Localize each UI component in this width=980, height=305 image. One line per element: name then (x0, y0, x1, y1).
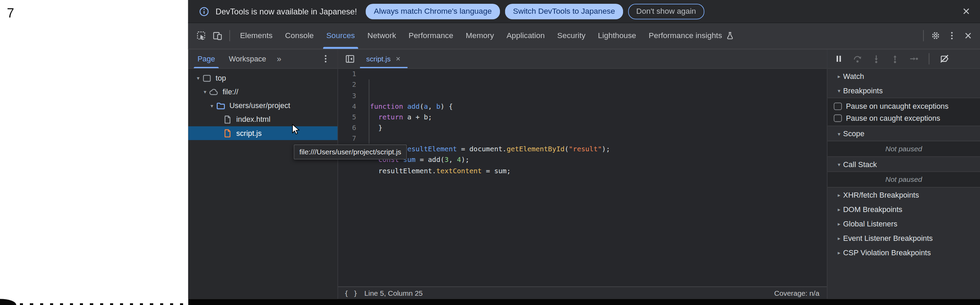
inspect-element-icon[interactable] (193, 28, 209, 44)
deactivate-breakpoints-icon[interactable] (937, 51, 952, 67)
section-label: Global Listeners (843, 219, 897, 228)
checkbox-icon[interactable] (834, 114, 842, 122)
line-number[interactable]: 2 (338, 80, 356, 90)
checkbox-row[interactable]: Pause on uncaught exceptions (827, 100, 980, 112)
expand-arrow-icon: ▸ (835, 249, 843, 255)
divider (923, 30, 924, 42)
tab-network[interactable]: Network (361, 23, 402, 49)
code-line-3: } (378, 123, 827, 133)
checkbox-label: Pause on uncaught exceptions (846, 102, 948, 111)
step-over-icon[interactable] (850, 51, 865, 67)
line-number[interactable]: 7 (338, 133, 356, 144)
tree-item-top[interactable]: ▾top (188, 71, 338, 85)
section-watch[interactable]: ▸Watch (827, 69, 980, 83)
line-number[interactable]: 4 (338, 101, 356, 112)
line-number[interactable]: 5 (338, 112, 356, 123)
file-js-icon (223, 128, 232, 138)
tree-item-users-user-project[interactable]: ▾Users/user/project (188, 99, 338, 113)
navigator-tab-workspace[interactable]: Workspace (222, 50, 273, 69)
step-out-icon[interactable] (888, 51, 902, 67)
pause-icon[interactable] (831, 51, 846, 67)
tab-performance-insights[interactable]: Performance insights (643, 23, 741, 49)
expand-arrow-icon: ▾ (835, 131, 843, 137)
section-csp-violation-breakpoints[interactable]: ▸CSP Violation Breakpoints (827, 245, 980, 260)
expand-arrow-icon[interactable]: ▾ (194, 75, 202, 81)
line-number[interactable]: 3 (338, 90, 356, 101)
banner-button-3[interactable]: Don't show again (628, 3, 704, 19)
navigator-tab-page[interactable]: Page (191, 50, 222, 69)
bottom-bar (188, 299, 980, 305)
tab-security[interactable]: Security (551, 23, 592, 49)
section-call-stack[interactable]: ▾Call Stack (827, 157, 980, 172)
cursor-position: Line 5, Column 25 (364, 289, 423, 297)
banner-button-2[interactable]: Switch DevTools to Japanese (505, 3, 623, 19)
navigator-header: PageWorkspace » (188, 50, 338, 69)
settings-gear-icon[interactable] (928, 28, 943, 44)
code-line-2: return a + b; (378, 112, 827, 123)
tree-item-index-html[interactable]: index.html (188, 113, 338, 126)
page-number: 7 (7, 5, 14, 21)
debugger-sidebar: ▸Watch▾BreakpointsPause on uncaught exce… (827, 50, 980, 299)
code-line-4 (370, 133, 827, 144)
expand-arrow-icon: ▸ (835, 235, 843, 241)
tab-application[interactable]: Application (500, 23, 551, 49)
editor-tab-scriptjs[interactable]: script.js (360, 50, 407, 69)
more-menu-icon[interactable] (943, 28, 960, 44)
expand-arrow-icon[interactable]: ▾ (208, 102, 216, 109)
overflow-tabs-icon[interactable]: » (274, 54, 284, 64)
flask-icon (726, 32, 735, 40)
section-global-listeners[interactable]: ▸Global Listeners (827, 217, 980, 231)
code-line-7: resultElement.textContent = sum; (378, 165, 827, 176)
tab-performance[interactable]: Performance (402, 23, 460, 49)
tab-console[interactable]: Console (279, 23, 320, 49)
editor-statusbar: { } Line 5, Column 25 Coverage: n/a (338, 286, 827, 299)
debugger-toolbar (827, 50, 980, 69)
expand-arrow-icon[interactable]: ▾ (201, 89, 209, 95)
tab-memory[interactable]: Memory (460, 23, 500, 49)
screenshot: 7 DevTools is now available in Japanese!… (0, 0, 980, 305)
coverage-status: Coverage: n/a (774, 289, 819, 297)
tree-item-file-[interactable]: ▾file:// (188, 85, 338, 99)
breakpoints-options: Pause on uncaught exceptionsPause on cau… (827, 98, 980, 126)
code-line-5: const resultElement = document.getElemen… (378, 144, 827, 155)
expand-arrow-icon: ▸ (835, 73, 843, 79)
infobar: DevTools is now available in Japanese! A… (188, 0, 980, 23)
folder-icon (216, 101, 226, 111)
tab-elements[interactable]: Elements (234, 23, 279, 49)
section-dom-breakpoints[interactable]: ▸DOM Breakpoints (827, 202, 980, 217)
line-number[interactable]: 1 (338, 69, 356, 80)
section-label: DOM Breakpoints (843, 205, 902, 214)
section-label: Call Stack (843, 160, 877, 169)
checkbox-row[interactable]: Pause on caught exceptions (827, 112, 980, 124)
banner-button-1[interactable]: Always match Chrome's language (366, 3, 500, 19)
tree-item-label: script.js (236, 129, 262, 138)
tab-sources[interactable]: Sources (320, 23, 361, 49)
infobar-close-icon[interactable] (961, 6, 971, 16)
tree-item-script-js[interactable]: script.js (188, 126, 338, 141)
expand-arrow-icon: ▸ (835, 192, 843, 198)
step-into-icon[interactable] (869, 51, 884, 67)
section-breakpoints[interactable]: ▾Breakpoints (827, 83, 980, 98)
navigator-more-menu-icon[interactable] (318, 51, 334, 67)
tab-label: Elements (240, 32, 273, 40)
section-label: Watch (843, 72, 864, 81)
section-event-listener-breakpoints[interactable]: ▸Event Listener Breakpoints (827, 231, 980, 245)
tab-lighthouse[interactable]: Lighthouse (592, 23, 643, 49)
tree-item-label: file:// (223, 88, 238, 97)
cloud-icon (209, 87, 219, 97)
toggle-navigator-icon[interactable] (342, 51, 358, 67)
infobar-message: DevTools is now available in Japanese! (216, 6, 357, 16)
line-number[interactable]: 6 (338, 123, 356, 133)
device-toolbar-icon[interactable] (210, 28, 226, 44)
close-devtools-icon[interactable] (960, 28, 976, 44)
step-icon[interactable] (906, 51, 921, 67)
tab-label: Sources (326, 32, 355, 40)
section-xhr-fetch-breakpoints[interactable]: ▸XHR/fetch Breakpoints (827, 188, 980, 202)
section-scope[interactable]: ▾Scope (827, 126, 980, 141)
pretty-print-icon[interactable]: { } (344, 289, 358, 297)
checkbox-icon[interactable] (834, 102, 842, 110)
code-editor[interactable]: 1234567 function add(a, b) {return a + b… (338, 69, 827, 286)
close-tab-icon[interactable] (395, 56, 401, 62)
expand-arrow-icon: ▸ (835, 206, 843, 212)
editor-pane: script.js 1234567 function add(a, b) {re… (338, 50, 827, 299)
